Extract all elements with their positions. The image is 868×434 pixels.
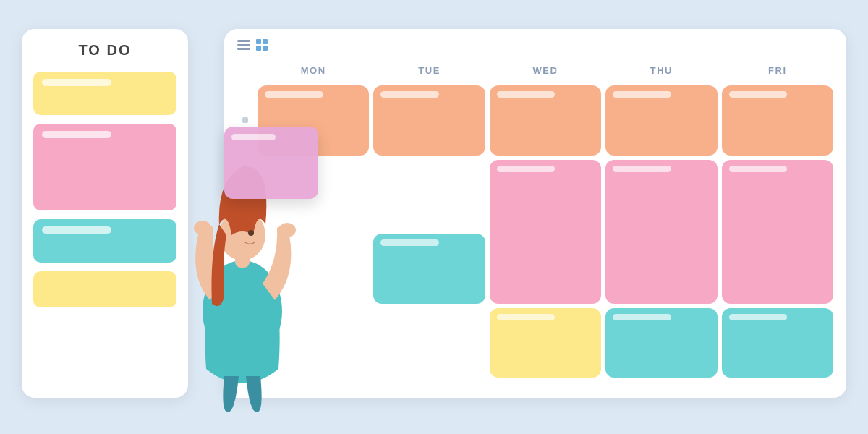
- svg-point-1: [194, 221, 211, 235]
- cell-line: [265, 91, 323, 98]
- cal-cell-tue-2-empty: [373, 160, 485, 230]
- cal-cell-fri-2[interactable]: [722, 160, 833, 304]
- cal-cell-wed-1[interactable]: [490, 85, 601, 156]
- svg-point-5: [248, 230, 254, 236]
- cal-cell-fri-4[interactable]: [722, 308, 833, 378]
- card-line: [42, 79, 111, 86]
- day-header-fri: FRI: [722, 59, 833, 81]
- card-line: [231, 134, 276, 140]
- cell-line: [497, 314, 556, 320]
- todo-card-yellow-1[interactable]: [33, 72, 176, 115]
- cal-cell-wed-4[interactable]: [490, 308, 601, 378]
- cell-line: [497, 91, 556, 98]
- svg-point-2: [278, 223, 296, 237]
- calendar-toolbar: [237, 39, 833, 51]
- cell-line: [380, 239, 439, 246]
- cal-cell-tue-4-empty: [373, 308, 485, 378]
- day-header-wed: WED: [490, 59, 601, 81]
- day-header-tue: TUE: [373, 59, 485, 81]
- cell-line: [497, 166, 556, 172]
- dragged-card[interactable]: [224, 127, 318, 199]
- card-line: [42, 226, 111, 234]
- cell-line: [729, 314, 788, 320]
- cal-cell-thu-1[interactable]: [605, 85, 717, 156]
- empty-header: [237, 59, 253, 81]
- cal-cell-tue-1[interactable]: [373, 85, 485, 156]
- cell-line: [613, 166, 671, 172]
- day-header-mon: MON: [258, 59, 369, 81]
- cell-line: [613, 91, 671, 98]
- card-line: [42, 131, 111, 138]
- cal-cell-wed-2[interactable]: [490, 160, 601, 304]
- scene: TO DO MON TUE WED THU: [14, 14, 854, 420]
- todo-card-pink[interactable]: [33, 124, 176, 210]
- calendar-grid: MON TUE WED THU FRI: [237, 59, 833, 378]
- hamburger-menu-button[interactable]: [237, 40, 250, 50]
- todo-title: TO DO: [33, 42, 176, 59]
- todo-panel: TO DO: [22, 29, 188, 398]
- cal-cell-thu-2[interactable]: [605, 160, 717, 304]
- cell-line: [380, 91, 439, 98]
- grid-view-button[interactable]: [256, 39, 268, 51]
- cal-cell-tue-3[interactable]: [373, 234, 485, 304]
- cell-line: [729, 91, 788, 98]
- day-header-thu: THU: [605, 59, 717, 81]
- cal-cell-thu-4[interactable]: [605, 308, 717, 378]
- cell-line: [613, 314, 671, 320]
- todo-card-teal[interactable]: [33, 219, 176, 263]
- cal-cell-fri-1[interactable]: [722, 85, 833, 156]
- todo-card-yellow-2[interactable]: [33, 271, 176, 307]
- cell-line: [729, 166, 788, 172]
- calendar-panel: MON TUE WED THU FRI: [224, 29, 846, 398]
